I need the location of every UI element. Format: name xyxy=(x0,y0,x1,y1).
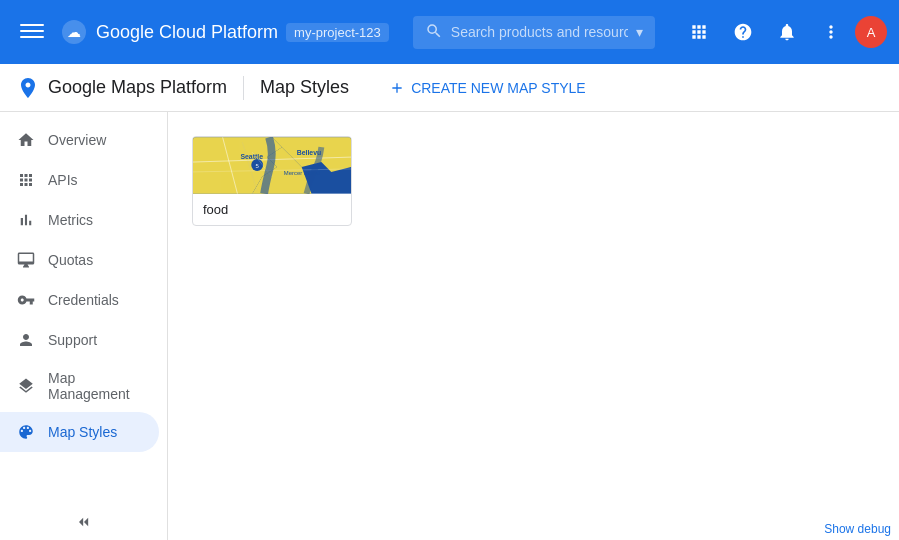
sidebar-item-label: Overview xyxy=(48,132,106,148)
header-actions: CREATE NEW MAP STYLE xyxy=(389,80,586,96)
map-thumbnail: Seattle Bellevu Mercer Island 5 xyxy=(193,137,351,194)
sidebar-item-map-management[interactable]: Map Management xyxy=(0,360,159,412)
search-input[interactable] xyxy=(451,24,628,40)
sidebar-item-apis[interactable]: APIs xyxy=(0,160,159,200)
bar-chart-icon xyxy=(16,210,36,230)
apps-icon[interactable] xyxy=(679,12,719,52)
topbar-title: Google Cloud Platform xyxy=(96,22,278,43)
home-icon xyxy=(16,130,36,150)
more-icon[interactable] xyxy=(811,12,851,52)
map-card-label: food xyxy=(193,194,351,225)
svg-text:☁: ☁ xyxy=(67,24,81,40)
sidebar-item-overview[interactable]: Overview xyxy=(0,120,159,160)
maps-logo-icon xyxy=(16,76,40,100)
sidebar: Overview APIs Metrics xyxy=(0,112,168,540)
key-icon xyxy=(16,290,36,310)
sidebar-item-quotas[interactable]: Quotas xyxy=(0,240,159,280)
sidebar-item-label: Map Management xyxy=(48,370,143,402)
svg-rect-0 xyxy=(20,24,44,26)
sidebar-item-credentials[interactable]: Credentials xyxy=(0,280,159,320)
layers-icon xyxy=(16,376,36,396)
monitor-icon xyxy=(16,250,36,270)
grid-icon xyxy=(16,170,36,190)
svg-text:Seattle: Seattle xyxy=(240,153,263,160)
collapse-icon xyxy=(74,512,94,532)
sidebar-collapse-button[interactable] xyxy=(0,504,167,540)
help-icon[interactable] xyxy=(723,12,763,52)
header-divider xyxy=(243,76,244,100)
sidebar-item-map-styles[interactable]: Map Styles xyxy=(0,412,159,452)
sidebar-item-label: Map Styles xyxy=(48,424,117,440)
app-title: Google Maps Platform xyxy=(48,77,227,98)
main-layout: Overview APIs Metrics xyxy=(0,112,899,540)
debug-bar[interactable]: Show debug xyxy=(816,518,899,540)
sidebar-item-label: Support xyxy=(48,332,97,348)
map-thumbnail-image: Seattle Bellevu Mercer Island 5 xyxy=(193,137,351,194)
cloud-icon: ☁ xyxy=(60,18,88,46)
create-new-map-style-button[interactable]: CREATE NEW MAP STYLE xyxy=(389,80,586,96)
sidebar-item-label: Quotas xyxy=(48,252,93,268)
search-icon xyxy=(425,22,443,43)
palette-icon xyxy=(16,422,36,442)
topbar-logo: ☁ Google Cloud Platform xyxy=(60,18,278,46)
person-icon xyxy=(16,330,36,350)
topbar-actions: A xyxy=(679,12,887,52)
add-icon xyxy=(389,80,405,96)
search-bar[interactable]: ▾ xyxy=(413,16,655,49)
svg-rect-2 xyxy=(20,36,44,38)
sidebar-item-label: Credentials xyxy=(48,292,119,308)
topbar: ☁ Google Cloud Platform my-project-123 ▾ xyxy=(0,0,899,64)
sidebar-item-label: Metrics xyxy=(48,212,93,228)
notification-icon[interactable] xyxy=(767,12,807,52)
account-selector[interactable]: my-project-123 xyxy=(286,23,389,42)
sidebar-item-support[interactable]: Support xyxy=(0,320,159,360)
subheader: Google Maps Platform Map Styles CREATE N… xyxy=(0,64,899,112)
search-dropdown-icon[interactable]: ▾ xyxy=(636,24,643,40)
app-logo: Google Maps Platform xyxy=(16,76,227,100)
map-style-card-food[interactable]: Seattle Bellevu Mercer Island 5 food xyxy=(192,136,352,226)
sidebar-item-metrics[interactable]: Metrics xyxy=(0,200,159,240)
main-content: Seattle Bellevu Mercer Island 5 food xyxy=(168,112,899,540)
menu-icon[interactable] xyxy=(12,11,52,54)
svg-rect-1 xyxy=(20,30,44,32)
sidebar-item-label: APIs xyxy=(48,172,78,188)
avatar[interactable]: A xyxy=(855,16,887,48)
page-title: Map Styles xyxy=(260,77,349,98)
